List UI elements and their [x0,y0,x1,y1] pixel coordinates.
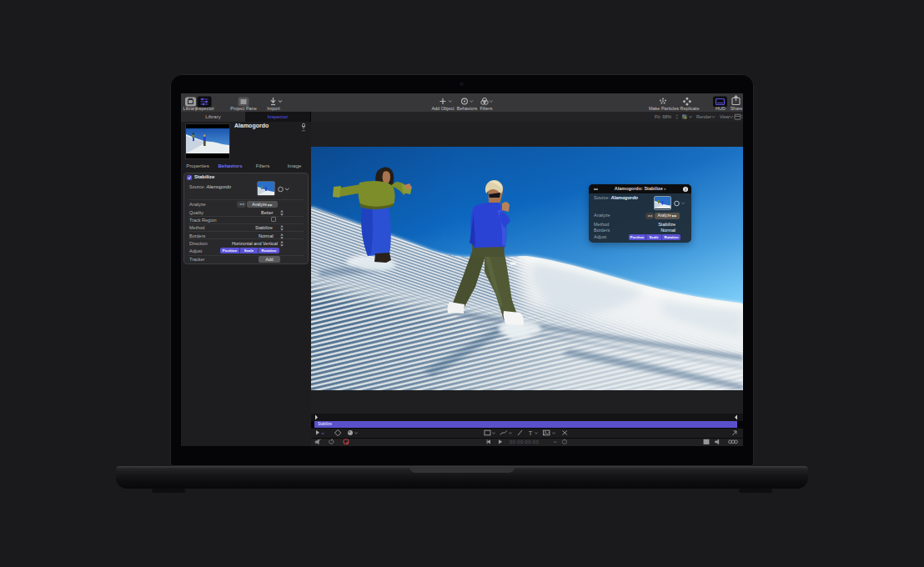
svg-text:HUD: HUD [716,106,726,111]
svg-text:Project Pane: Project Pane [230,106,257,111]
svg-text:Share: Share [731,106,743,111]
svg-text:00:00:00:00: 00:00:00:00 [510,439,539,444]
svg-text:T: T [529,429,533,437]
svg-text:Import: Import [267,106,280,111]
svg-text:Behaviors: Behaviors [457,106,478,111]
svg-text:Add Object: Add Object [431,106,454,111]
svg-text:View: View [720,114,730,119]
svg-text:Make Particles: Make Particles [649,106,679,111]
svg-text:Replicate: Replicate [680,106,700,111]
svg-text:Render: Render [696,114,711,119]
svg-text:Inspector: Inspector [195,106,214,111]
svg-text:Fit: 68%: Fit: 68% [655,114,671,119]
svg-text:Filters: Filters [480,106,493,111]
